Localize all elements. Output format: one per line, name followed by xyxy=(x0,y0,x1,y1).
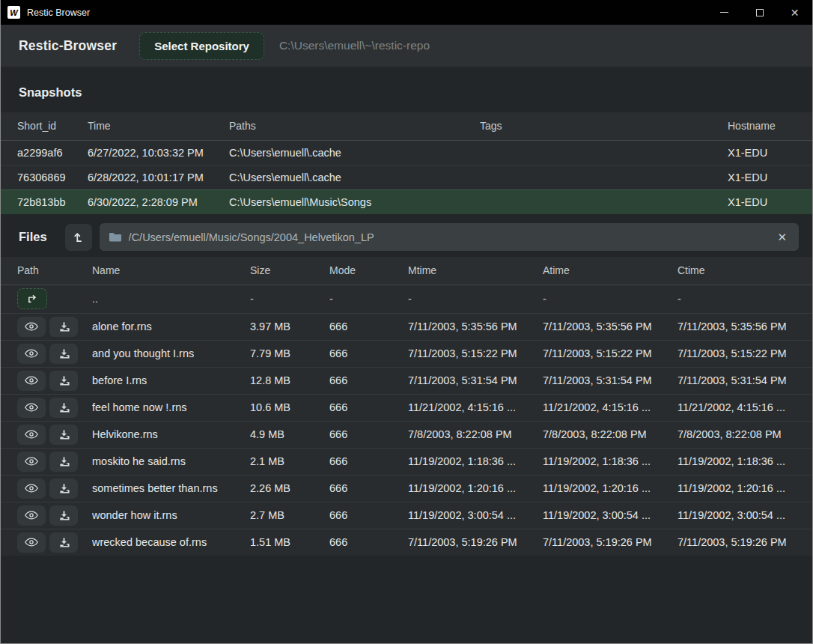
snapshot-row[interactable]: 76306869 6/28/2022, 10:01:17 PM C:\Users… xyxy=(1,165,812,189)
preview-file-button[interactable] xyxy=(17,452,46,472)
file-name: wrecked because of.rns xyxy=(92,529,250,556)
download-icon xyxy=(58,348,70,359)
preview-file-button[interactable] xyxy=(17,344,46,364)
file-row: alone for.rns 3.97 MB 666 7/11/2003, 5:3… xyxy=(1,313,812,340)
close-icon: ✕ xyxy=(777,231,787,243)
file-mtime: 7/11/2003, 5:35:56 PM xyxy=(408,313,543,340)
file-name: sometimes better than.rns xyxy=(92,475,250,502)
download-icon xyxy=(58,321,70,332)
col-name: Name xyxy=(92,257,250,285)
snapshot-row-selected[interactable]: 72b813bb 6/30/2022, 2:28:09 PM C:\Users\… xyxy=(1,189,812,214)
file-row: and you thought I.rns 7.79 MB 666 7/11/2… xyxy=(1,340,812,367)
file-name: wonder how it.rns xyxy=(92,502,250,529)
preview-file-button[interactable] xyxy=(17,532,46,553)
select-repository-button[interactable]: Select Repository xyxy=(139,32,264,60)
col-ctime: Ctime xyxy=(678,257,812,285)
file-atime: 11/19/2002, 1:20:16 ... xyxy=(543,475,678,502)
download-icon xyxy=(58,510,70,521)
download-file-button[interactable] xyxy=(49,479,78,499)
preview-file-button[interactable] xyxy=(17,479,46,499)
col-hostname: Hostname xyxy=(728,112,812,140)
download-file-button[interactable] xyxy=(49,398,78,418)
file-size: 12.8 MB xyxy=(250,367,329,394)
download-file-button[interactable] xyxy=(49,452,78,472)
close-button[interactable]: ✕ xyxy=(777,0,812,25)
file-mode: 666 xyxy=(329,529,408,556)
app-logo-icon: W xyxy=(7,6,20,19)
preview-file-button[interactable] xyxy=(17,317,46,337)
file-atime: 7/11/2003, 5:15:22 PM xyxy=(543,340,678,367)
file-size: 2.7 MB xyxy=(250,502,329,529)
file-size: 10.6 MB xyxy=(250,394,329,421)
file-mtime: 7/11/2003, 5:19:26 PM xyxy=(408,529,543,556)
file-row: moskito he said.rns 2.1 MB 666 11/19/200… xyxy=(1,448,812,475)
download-file-button[interactable] xyxy=(49,532,78,553)
minimize-button[interactable] xyxy=(707,0,742,25)
open-parent-button[interactable] xyxy=(17,288,47,309)
file-ctime: 7/11/2003, 5:15:22 PM xyxy=(678,340,812,367)
snapshot-time: 6/30/2022, 2:28:09 PM xyxy=(88,189,229,214)
preview-file-button[interactable] xyxy=(17,505,46,526)
file-size: 2.1 MB xyxy=(250,448,329,475)
file-atime: 11/19/2002, 1:18:36 ... xyxy=(543,448,678,475)
snapshot-hostname: X1-EDU xyxy=(728,165,812,189)
file-ctime: 11/19/2002, 3:00:54 ... xyxy=(678,502,812,529)
close-icon: ✕ xyxy=(791,7,800,19)
parent-directory-button[interactable] xyxy=(65,224,92,251)
snapshot-time: 6/27/2022, 10:03:32 PM xyxy=(88,140,229,165)
eye-icon xyxy=(24,402,39,413)
file-size: 3.97 MB xyxy=(250,313,329,340)
file-mode: 666 xyxy=(329,502,408,529)
file-atime: - xyxy=(543,285,678,313)
file-name: moskito he said.rns xyxy=(92,448,250,475)
restic-browser-window: W Restic Browser ✕ Restic-Browser Select… xyxy=(0,0,813,644)
files-toolbar: Files ✕ xyxy=(1,216,812,257)
file-ctime: 7/8/2003, 8:22:08 PM xyxy=(678,421,812,448)
header: Restic-Browser Select Repository C:\User… xyxy=(1,25,812,67)
eye-icon xyxy=(24,348,39,359)
file-row: feel home now !.rns 10.6 MB 666 11/21/20… xyxy=(1,394,812,421)
snapshot-short-id: 72b813bb xyxy=(1,189,88,214)
file-mode: - xyxy=(329,285,408,313)
file-mode: 666 xyxy=(329,394,408,421)
snapshot-tags xyxy=(480,165,728,189)
path-input[interactable] xyxy=(129,231,775,243)
download-file-button[interactable] xyxy=(49,317,78,337)
file-mode: 666 xyxy=(329,421,408,448)
col-path: Path xyxy=(1,257,92,285)
eye-icon xyxy=(24,375,39,386)
file-row: wrecked because of.rns 1.51 MB 666 7/11/… xyxy=(1,529,812,556)
snapshot-row[interactable]: a2299af6 6/27/2022, 10:03:32 PM C:\Users… xyxy=(1,140,812,165)
clear-path-button[interactable]: ✕ xyxy=(774,229,790,246)
snapshots-header-row: Short_id Time Paths Tags Hostname xyxy=(1,112,812,140)
file-ctime: 7/11/2003, 5:19:26 PM xyxy=(678,529,812,556)
snapshots-table: Short_id Time Paths Tags Hostname a2299a… xyxy=(1,112,812,214)
file-atime: 11/19/2002, 3:00:54 ... xyxy=(543,502,678,529)
download-file-button[interactable] xyxy=(49,505,78,526)
window-controls: ✕ xyxy=(707,0,812,25)
files-table: Path Name Size Mode Mtime Atime Ctime xyxy=(1,257,812,556)
snapshot-short-id: a2299af6 xyxy=(1,140,88,165)
snapshot-paths: C:\Users\emuell\.cache xyxy=(229,140,480,165)
download-file-button[interactable] xyxy=(49,425,78,445)
col-mtime: Mtime xyxy=(408,257,543,285)
file-ctime: 11/21/2002, 4:15:16 ... xyxy=(678,394,812,421)
preview-file-button[interactable] xyxy=(17,398,46,418)
file-mode: 666 xyxy=(329,367,408,394)
repository-path: C:\Users\emuell\~\restic-repo xyxy=(279,39,430,52)
maximize-button[interactable] xyxy=(742,0,777,25)
file-atime: 7/11/2003, 5:31:54 PM xyxy=(543,367,678,394)
preview-file-button[interactable] xyxy=(17,371,46,391)
preview-file-button[interactable] xyxy=(17,425,46,445)
download-icon xyxy=(58,375,70,386)
snapshot-tags xyxy=(480,189,728,214)
titlebar: W Restic Browser ✕ xyxy=(1,0,812,25)
download-file-button[interactable] xyxy=(49,371,78,391)
col-size: Size xyxy=(250,257,329,285)
window-title: Restic Browser xyxy=(27,7,90,18)
snapshot-tags xyxy=(480,140,728,165)
download-file-button[interactable] xyxy=(49,344,78,364)
file-mtime: 11/19/2002, 1:18:36 ... xyxy=(408,448,543,475)
col-mode: Mode xyxy=(329,257,408,285)
file-mode: 666 xyxy=(329,313,408,340)
